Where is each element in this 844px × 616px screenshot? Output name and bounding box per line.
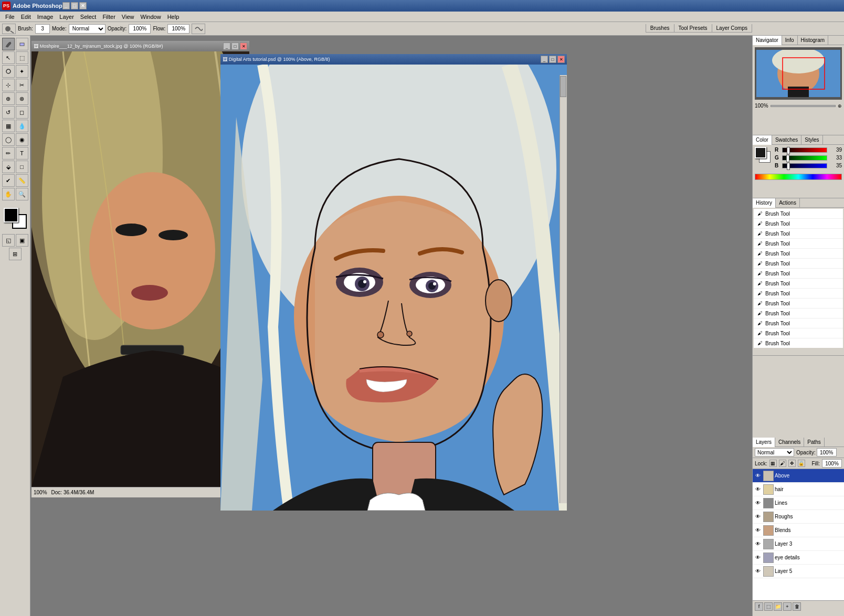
channels-tab[interactable]: Channels	[775, 438, 804, 447]
win1-maximize[interactable]: □	[231, 43, 239, 50]
layer-mask-btn[interactable]: ⬚	[764, 602, 773, 611]
blue-slider[interactable]	[782, 163, 827, 168]
history-item[interactable]: 🖌 Brush Tool	[754, 269, 843, 279]
stamp-tool-button[interactable]: ⊗	[16, 92, 28, 105]
new-layer-btn[interactable]: +	[783, 602, 792, 611]
history-item[interactable]: 🖌 Brush Tool	[754, 318, 843, 328]
fg-color-chip[interactable]	[755, 147, 766, 158]
lock-position-btn[interactable]: ✥	[788, 460, 796, 467]
photo-window-2-scrollbar[interactable]	[560, 75, 567, 503]
pen-tool-button[interactable]: ✏	[2, 147, 15, 160]
fill-field[interactable]: 100%	[822, 459, 842, 468]
history-item[interactable]: 🖌 Brush Tool	[754, 259, 843, 269]
eyedropper-button[interactable]: ✔	[2, 174, 15, 187]
slice-tool-button[interactable]: ✂	[16, 79, 28, 91]
brush-tool-button[interactable]	[2, 38, 15, 50]
layer-3[interactable]: 👁 Layer 3	[753, 537, 844, 551]
history-item[interactable]: 🖌 Brush Tool	[754, 328, 843, 338]
screen-mode-button[interactable]: ▣	[16, 234, 28, 247]
menu-help[interactable]: Help	[164, 13, 183, 20]
layers-blend-mode[interactable]: Normal	[755, 448, 794, 456]
maximize-button[interactable]: □	[71, 2, 78, 9]
layer-eye-above[interactable]: 👁	[754, 472, 762, 480]
selection-tool-button[interactable]: ⬚	[16, 51, 28, 64]
history-brush-button[interactable]: ↺	[2, 106, 15, 119]
layer-eye-eye-details[interactable]: 👁	[754, 554, 762, 562]
menu-window[interactable]: Window	[138, 13, 164, 20]
brushes-tab[interactable]: Brushes	[646, 24, 674, 32]
blend-mode-select[interactable]: Normal	[69, 24, 106, 34]
scrollbar-thumb-2[interactable]	[560, 76, 566, 97]
blur-tool-button[interactable]: 💧	[16, 120, 28, 132]
color-spectrum-bar[interactable]	[755, 174, 842, 180]
color-tab[interactable]: Color	[753, 135, 772, 145]
menu-select[interactable]: Select	[77, 13, 100, 20]
paths-tab[interactable]: Paths	[804, 438, 825, 447]
lock-all-btn[interactable]: 🔒	[798, 460, 805, 467]
layer-eye-details[interactable]: 👁 eye details	[753, 551, 844, 565]
layer-style-btn[interactable]: f	[755, 602, 763, 611]
menu-file[interactable]: File	[2, 13, 18, 20]
measure-tool-button[interactable]: 📏	[16, 174, 28, 187]
tool-presets-tab[interactable]: Tool Presets	[674, 24, 712, 32]
burn-tool-button[interactable]: ◉	[16, 133, 28, 146]
history-item[interactable]: 🖌 Brush Tool	[754, 299, 843, 309]
brush-size-value[interactable]: 3	[35, 24, 50, 34]
opacity-value[interactable]: 100%	[129, 24, 151, 34]
win1-close[interactable]: ✕	[240, 43, 247, 50]
layer-eye-roughs[interactable]: 👁	[754, 513, 762, 521]
change-screen-mode-button[interactable]: ⊞	[9, 248, 22, 260]
styles-tab[interactable]: Styles	[801, 135, 822, 145]
actions-tab[interactable]: Actions	[776, 198, 800, 208]
lock-image-btn[interactable]: 🖌	[779, 460, 786, 467]
navigator-tab[interactable]: Navigator	[753, 36, 782, 45]
magic-wand-button[interactable]: ✦	[16, 65, 28, 78]
dodge-tool-button[interactable]: ◯	[2, 133, 15, 146]
layer-blends[interactable]: 👁 Blends	[753, 524, 844, 537]
eraser-tool-button[interactable]	[16, 38, 28, 50]
crop-tool-button[interactable]: ⊹	[2, 79, 15, 91]
blue-slider-handle[interactable]	[787, 163, 790, 170]
green-slider[interactable]	[782, 155, 827, 161]
close-button[interactable]: ✕	[79, 2, 87, 9]
layer-group-btn[interactable]: 📁	[774, 602, 782, 611]
menu-filter[interactable]: Filter	[99, 13, 118, 20]
photo-window-1-title-bar[interactable]: 🖼 Moshpire___12_by_mjranum_stock.jpg @ 1…	[31, 41, 249, 51]
minimize-button[interactable]: _	[62, 2, 70, 9]
layer-eye-blends[interactable]: 👁	[754, 526, 762, 535]
delete-layer-btn[interactable]: 🗑	[793, 602, 801, 611]
layer-5[interactable]: 👁 Layer 5	[753, 565, 844, 578]
move-tool-button[interactable]: ↖	[2, 51, 15, 64]
flow-value[interactable]: 100%	[167, 24, 189, 34]
layer-above[interactable]: 👁 Above	[753, 469, 844, 483]
red-slider-handle[interactable]	[787, 147, 790, 154]
layers-tab[interactable]: Layers	[753, 438, 775, 447]
history-item[interactable]: 🖌 Brush Tool	[754, 289, 843, 299]
win2-minimize[interactable]: _	[541, 56, 548, 63]
path-select-button[interactable]: ⬙	[2, 161, 15, 173]
photo-window-reference[interactable]: 🖼 Moshpire___12_by_mjranum_stock.jpg @ 1…	[31, 41, 249, 497]
window-1-controls[interactable]: _ □ ✕	[223, 43, 247, 50]
history-item[interactable]: 🖌 Brush Tool	[754, 239, 843, 249]
history-item[interactable]: 🖌 Brush Tool	[754, 309, 843, 318]
menu-layer[interactable]: Layer	[56, 13, 77, 20]
menu-image[interactable]: Image	[34, 13, 57, 20]
lasso-tool-button[interactable]	[2, 65, 15, 78]
gradient-tool-button[interactable]: ▦	[2, 120, 15, 132]
foreground-color-swatch[interactable]	[4, 208, 18, 222]
layer-eye-lines[interactable]: 👁	[754, 499, 762, 507]
window-2-controls[interactable]: _ □ ✕	[541, 56, 565, 63]
layer-lines[interactable]: 👁 Lines	[753, 496, 844, 510]
zoom-slider[interactable]	[771, 105, 836, 107]
shape-tool-button[interactable]: □	[16, 161, 28, 173]
lock-transparent-btn[interactable]: ▦	[769, 460, 777, 467]
menu-edit[interactable]: Edit	[18, 13, 34, 20]
opacity-field[interactable]: 100%	[817, 448, 837, 456]
title-bar-controls[interactable]: _ □ ✕	[62, 2, 87, 9]
menu-view[interactable]: View	[119, 13, 138, 20]
history-item[interactable]: 🖌 Brush Tool	[754, 338, 843, 348]
layer-roughs[interactable]: 👁 Roughs	[753, 510, 844, 524]
swatches-tab[interactable]: Swatches	[772, 135, 801, 145]
win1-minimize[interactable]: _	[223, 43, 230, 50]
history-item[interactable]: 🖌 Brush Tool	[754, 249, 843, 259]
